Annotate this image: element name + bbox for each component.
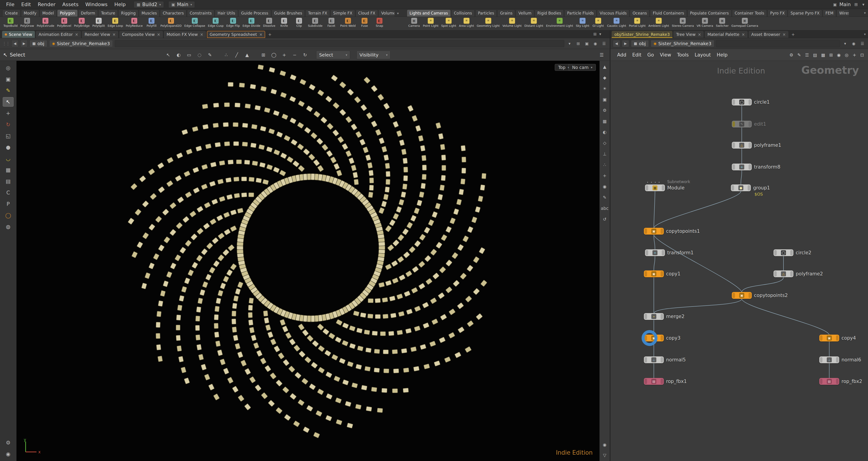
shelf-tab-collisions[interactable]: Collisions	[451, 9, 475, 17]
tool-polyreduce[interactable]: ◧PolyReduce	[125, 17, 144, 27]
tool-topobuild[interactable]: ◧TopoBuild	[2, 17, 19, 27]
shelf-tab-rigging[interactable]: Rigging	[118, 9, 138, 17]
template-flag[interactable]	[733, 121, 735, 127]
display-flag[interactable]	[749, 99, 751, 105]
shelf-tab-modify[interactable]: Modify	[21, 9, 39, 17]
network-menu-edit[interactable]: Edit	[629, 52, 645, 58]
network-menu-layout[interactable]: Layout	[692, 52, 714, 58]
shelf-tab-simple-fx[interactable]: Simple FX	[331, 9, 355, 17]
tool-polysplit[interactable]: ◧PolySplit	[91, 17, 106, 27]
snapshot-pane-icon[interactable]: ▣	[583, 40, 590, 47]
select-loop-icon[interactable]: ◯	[269, 50, 279, 59]
node-transform8[interactable]: +transform8	[732, 164, 752, 170]
node-edit1[interactable]: ✎edit1	[732, 121, 752, 127]
tool-dissolve[interactable]: ◧Dissolve	[262, 17, 276, 27]
menu-render[interactable]: Render	[34, 2, 59, 7]
display-flag[interactable]	[749, 293, 751, 298]
shelf-tab-model[interactable]: Model	[40, 9, 57, 17]
pane-tab-scene-view[interactable]: Scene View	[2, 31, 35, 38]
detail-view-icon[interactable]: ▤	[812, 52, 817, 57]
c-plane-icon[interactable]: C	[3, 188, 13, 197]
net-pane-options-icon[interactable]: ☰	[859, 40, 866, 47]
tool-geometry-light[interactable]: ☀Geometry Light	[476, 17, 501, 27]
pane-tab-render-view[interactable]: Render View×	[82, 31, 119, 38]
display-flag[interactable]	[790, 250, 793, 256]
template-flag[interactable]	[820, 357, 823, 363]
tool-edge-collapse[interactable]: ◧Edge Collapse	[183, 17, 206, 27]
grid-view-icon[interactable]: ▦	[820, 52, 826, 57]
normals-toggle-icon[interactable]: ⊥	[600, 150, 609, 157]
display-flag[interactable]	[661, 314, 663, 319]
node-normal5[interactable]: ⊥normal5	[644, 356, 664, 363]
node-copy1[interactable]: ▣copy1	[644, 270, 664, 277]
network-menu-tools[interactable]: Tools	[674, 52, 692, 58]
tool-sky-light[interactable]: ☀Sky Light	[575, 17, 591, 27]
net-path-dropdown-icon[interactable]: ▾	[842, 40, 848, 47]
net-forward-icon[interactable]: ▶	[622, 40, 629, 47]
expand-pane-icon[interactable]: ▽	[600, 452, 609, 459]
edit-mode-icon[interactable]: ✎	[3, 86, 13, 95]
selection-type-dropdown[interactable]: Select ▾	[316, 51, 350, 59]
close-tab-icon[interactable]: ×	[113, 32, 116, 37]
shelf-tab-pyro-fx[interactable]: Pyro FX	[767, 9, 787, 17]
tool-polydraw[interactable]: ◧PolyDraw	[19, 17, 35, 27]
select-tool-icon[interactable]: ↖	[3, 97, 13, 107]
select-edges-icon[interactable]: ╱	[232, 50, 241, 59]
brush-pick-icon[interactable]: ✎	[205, 50, 215, 59]
breadcrumb-geo[interactable]: ◉ Sister_Shrine_Remake3	[49, 40, 113, 47]
pose-tool-icon[interactable]: ●	[3, 142, 13, 152]
tool-polyextrude[interactable]: ◧PolyExtrude	[36, 17, 55, 27]
close-tab-icon[interactable]: ×	[742, 32, 745, 37]
translate-tool-icon[interactable]: +	[3, 109, 13, 118]
show-handles-icon[interactable]: ↖	[163, 50, 173, 59]
close-tab-icon[interactable]: ×	[200, 32, 203, 37]
handles-toggle-icon[interactable]: +	[600, 172, 609, 179]
grow-selection-icon[interactable]: +	[279, 50, 289, 59]
display-flag[interactable]	[836, 357, 839, 363]
shelf-tab-constraints[interactable]: Constraints	[187, 9, 214, 17]
tool-vr-camera[interactable]: ▣VR Camera	[695, 17, 714, 27]
list-view-icon[interactable]: ☰	[805, 52, 809, 57]
notification-icon[interactable]: ◉	[3, 449, 13, 459]
pane-menu-icon[interactable]: ▾	[599, 32, 601, 36]
snapshot-icon[interactable]: ◉	[600, 183, 609, 190]
tool-knife[interactable]: ◧Knife	[277, 17, 291, 27]
radial-menu-icon[interactable]: ◯	[3, 210, 13, 220]
node-copytopoints1[interactable]: ▣copytopoints1	[644, 228, 664, 235]
shelf-tab-vellum[interactable]: Vellum	[516, 9, 534, 17]
tool-edge-divide[interactable]: ◧Edge Divide	[241, 17, 261, 27]
node-transform1[interactable]: +transform1	[645, 249, 665, 256]
net-back-icon[interactable]: ◀	[613, 40, 620, 47]
display-flag[interactable]	[661, 357, 663, 363]
tool-stereo-camera[interactable]: ▣Stereo Camera	[671, 17, 695, 27]
close-tab-icon[interactable]: ×	[259, 32, 262, 37]
status-gear-icon[interactable]: ⚙	[3, 438, 13, 448]
shelf-tab-create[interactable]: Create	[2, 9, 21, 17]
text-overlay-icon[interactable]: abc	[600, 205, 609, 212]
pane-tab-composite-view[interactable]: Composite View×	[119, 31, 163, 38]
path-field[interactable]	[115, 40, 564, 47]
pane-tab-geometry-spreadsheet[interactable]: Geometry Spreadsheet×	[207, 31, 266, 38]
wireframe-mode-icon[interactable]: ◇	[600, 139, 609, 147]
tool-edge-loop[interactable]: ◧Edge Loop	[106, 17, 124, 27]
shelf-tab-fem[interactable]: FEM	[823, 9, 836, 17]
pane-options-icon[interactable]: ☰	[600, 40, 608, 47]
template-flag[interactable]	[645, 228, 647, 234]
display-flag[interactable]	[748, 185, 750, 191]
display-flag[interactable]	[790, 271, 793, 277]
shelf-overflow-icon[interactable]: ▾	[864, 11, 866, 15]
template-flag[interactable]	[820, 335, 823, 341]
forward-icon[interactable]: ▶	[21, 40, 28, 47]
close-tab-icon[interactable]: ×	[698, 32, 701, 37]
tool-edge-flip[interactable]: ◧Edge Flip	[225, 17, 241, 27]
display-flag[interactable]	[661, 228, 663, 234]
shelf-tab-hair-utils[interactable]: Hair Utils	[215, 9, 238, 17]
pane-tab-add-tab[interactable]: +	[266, 31, 274, 38]
camera-icon[interactable]: ▣	[600, 96, 609, 103]
box-pick-icon[interactable]: ▭	[184, 50, 194, 59]
tool-spot-light[interactable]: ☀Spot Light	[440, 17, 457, 27]
menu-windows[interactable]: Windows	[82, 2, 111, 7]
shelf-tab-fluid-containers[interactable]: Fluid Containers	[650, 9, 687, 17]
network-menu-go[interactable]: Go	[644, 52, 657, 58]
rotate-tool-icon[interactable]: ↻	[3, 120, 13, 129]
